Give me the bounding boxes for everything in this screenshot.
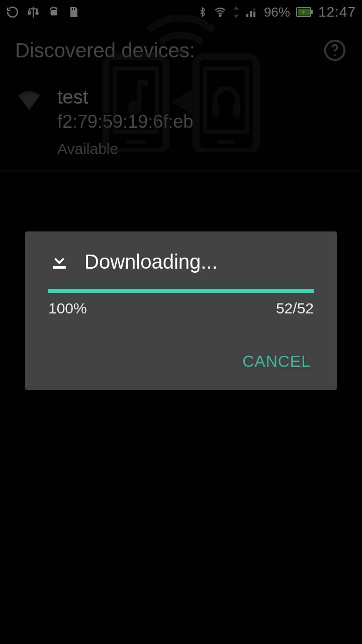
svg-rect-24 (233, 104, 240, 117)
svg-rect-21 (205, 68, 247, 132)
cancel-button[interactable]: CANCEL (234, 347, 319, 376)
svg-rect-19 (137, 79, 148, 87)
progress-count-label: 52/52 (276, 300, 314, 317)
dialog-title: Downloading... (84, 251, 218, 273)
transfer-illustration (0, 1, 362, 152)
svg-rect-18 (127, 140, 145, 144)
download-dialog: Downloading... 100% 52/52 CANCEL (25, 231, 337, 390)
svg-rect-25 (53, 266, 66, 269)
progress-fill (48, 289, 314, 293)
download-icon (48, 250, 70, 274)
progress-bar (25, 289, 337, 293)
svg-rect-23 (212, 104, 219, 117)
progress-percent-label: 100% (48, 300, 87, 317)
svg-point-15 (176, 48, 186, 57)
svg-rect-22 (217, 140, 235, 144)
